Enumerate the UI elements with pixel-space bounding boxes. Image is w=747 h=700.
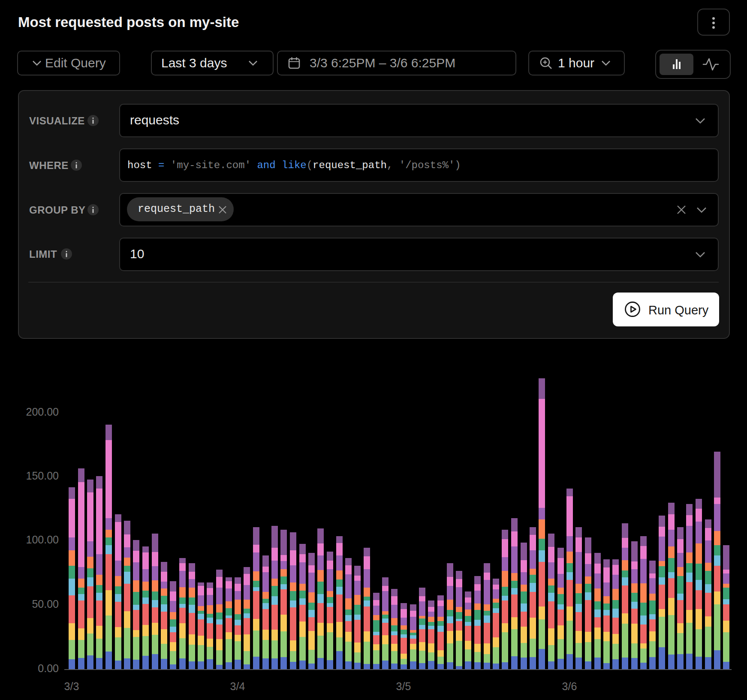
- svg-text:3/4: 3/4: [230, 680, 245, 692]
- svg-text:3/5: 3/5: [396, 680, 411, 692]
- svg-text:150.00: 150.00: [26, 470, 59, 482]
- svg-text:50.00: 50.00: [32, 598, 59, 610]
- svg-text:100.00: 100.00: [26, 534, 59, 546]
- svg-text:3/6: 3/6: [562, 680, 577, 692]
- svg-text:0.00: 0.00: [38, 662, 59, 674]
- svg-text:3/3: 3/3: [64, 680, 79, 692]
- svg-text:200.00: 200.00: [26, 406, 59, 418]
